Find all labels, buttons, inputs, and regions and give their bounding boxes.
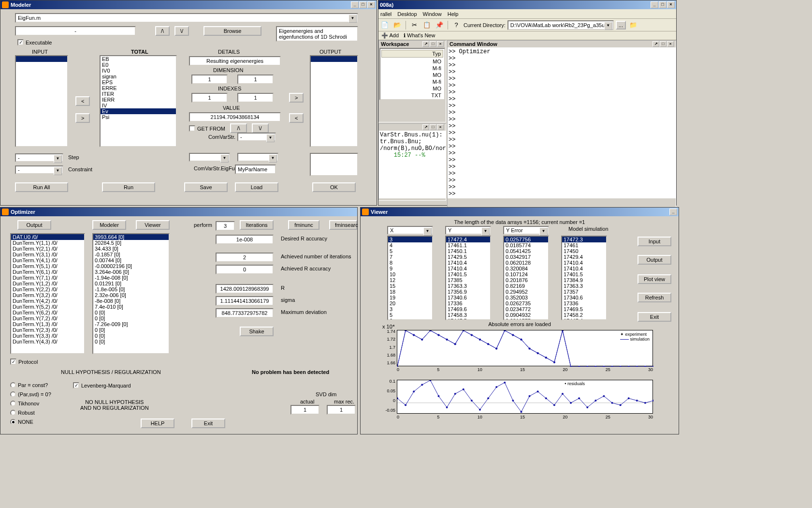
iterations-button[interactable]: Iterations: [240, 220, 274, 230]
list-item[interactable]: 17429.4: [562, 254, 606, 260]
model-listbox[interactable]: 17472.3174611745017429.417410.417410.417…: [561, 236, 607, 320]
move-right-button[interactable]: >: [75, 113, 90, 123]
list-item[interactable]: DunTerm.Y(4,1) /0/: [11, 257, 84, 263]
table-row[interactable]: MO: [381, 59, 443, 64]
list-item[interactable]: 0 [0]: [93, 327, 169, 333]
list-item[interactable]: DunTerm.Y(4,2) /0/: [11, 298, 84, 304]
save-button[interactable]: Save: [184, 182, 228, 192]
list-item[interactable]: 0.00744 [0]: [93, 257, 169, 263]
list-item[interactable]: 17356.9: [446, 289, 490, 295]
list-item[interactable]: 17401.5: [446, 271, 490, 277]
list-item[interactable]: 6: [388, 318, 432, 320]
list-item[interactable]: -7.26e-009 [0]: [93, 321, 169, 327]
list-item[interactable]: 17447.5: [446, 318, 490, 320]
list-item[interactable]: 17410.4: [446, 260, 490, 266]
x-select[interactable]: X: [387, 226, 433, 235]
menu-help[interactable]: Help: [448, 11, 459, 17]
table-row[interactable]: M-fi: [381, 79, 443, 85]
plotview-button[interactable]: Plot view: [638, 274, 671, 284]
list-item[interactable]: 19: [388, 295, 432, 300]
parsvd-radio[interactable]: (Par,svd) = 0?: [10, 391, 51, 397]
list-item[interactable]: 0.0311575: [504, 318, 548, 320]
editor-content[interactable]: VarStr.Bnus.nu(1):tr.Bnus.Bnu;/norm(B),n…: [379, 131, 446, 198]
minimize-button[interactable]: _: [351, 1, 359, 8]
list-item[interactable]: [311, 56, 357, 62]
top-field[interactable]: -: [15, 26, 136, 36]
ok-button[interactable]: OK: [312, 182, 356, 192]
list-item[interactable]: 17469.5: [562, 306, 606, 312]
par-radio[interactable]: Par = const?: [10, 382, 48, 388]
new-icon[interactable]: 📄: [379, 20, 390, 30]
exit-button[interactable]: Exit: [638, 312, 671, 322]
list-item[interactable]: DunTerm.Y(3,2) /0/: [11, 292, 84, 298]
minimize-button[interactable]: _: [669, 209, 677, 215]
y-select[interactable]: Y: [445, 226, 491, 235]
list-item[interactable]: 0 [0]: [93, 310, 169, 315]
list-item[interactable]: DunTerm.Y(1,3) /0/: [11, 321, 84, 327]
list-item[interactable]: Psi: [101, 114, 176, 120]
accuracy-field[interactable]: 1e-008: [216, 235, 274, 244]
close-icon[interactable]: ×: [667, 41, 674, 47]
list-item[interactable]: DunTerm.Y(3,3) /0/: [11, 333, 84, 339]
list-item[interactable]: [16, 56, 67, 62]
list-item[interactable]: EB: [101, 56, 176, 62]
none-radio[interactable]: NONE: [10, 419, 33, 425]
getfrom-checkbox[interactable]: GET FROM: [189, 125, 225, 132]
move-left-button[interactable]: <: [75, 96, 90, 106]
maxrec-field[interactable]: 1: [327, 405, 356, 415]
list-item[interactable]: DunTerm.Y(7,1) /0/: [11, 275, 84, 281]
list-item[interactable]: DunTerm.Y(2,3) /0/: [11, 327, 84, 333]
list-item[interactable]: 17410.4: [446, 266, 490, 271]
list-item[interactable]: 0.0904932: [504, 312, 548, 318]
up-dir-icon[interactable]: 📁: [628, 20, 638, 30]
help-button[interactable]: HELP: [141, 418, 174, 428]
list-item[interactable]: DunTerm.Y(3,1) /0/: [11, 252, 84, 257]
list-item[interactable]: 17340.6: [562, 295, 606, 300]
comvarstr-select[interactable]: -: [237, 133, 276, 141]
list-item[interactable]: E0: [101, 62, 176, 68]
optimizer-titlebar[interactable]: Optimizer: [0, 208, 357, 216]
maximize-button[interactable]: □: [359, 1, 367, 8]
list-item[interactable]: 17410.4: [562, 260, 606, 266]
list-item[interactable]: 17429.5: [446, 254, 490, 260]
open-icon[interactable]: 📂: [392, 20, 403, 30]
caret-left-button[interactable]: /\: [155, 26, 170, 36]
list-item[interactable]: 17461.1: [446, 242, 490, 248]
shortcut-whatsnew[interactable]: ℹ What's New: [404, 32, 435, 39]
list-item[interactable]: 0.82169: [504, 283, 548, 289]
output-button[interactable]: Output: [638, 255, 671, 265]
list-item[interactable]: DunTerm.Y(1,2) /0/: [11, 281, 84, 286]
executable-checkbox[interactable]: ✓Executable: [17, 39, 52, 45]
list-item[interactable]: 0.0541425: [504, 248, 548, 254]
down-button[interactable]: \/: [252, 123, 269, 133]
matlab-titlebar[interactable]: 008a) _ □ ×: [378, 0, 676, 9]
list-item[interactable]: -1.94e-008 [0]: [93, 275, 169, 281]
undock-icon[interactable]: ↗: [652, 41, 659, 47]
list-item[interactable]: 7: [388, 254, 432, 260]
output-button[interactable]: Output: [17, 220, 51, 230]
list-item[interactable]: 8: [388, 260, 432, 266]
out-right-button[interactable]: >: [289, 93, 304, 103]
list-item[interactable]: 0 [0]: [93, 315, 169, 321]
list-item[interactable]: 0 [0]: [93, 333, 169, 339]
viewer-button[interactable]: Viewer: [136, 220, 170, 230]
menu-desktop[interactable]: Desktop: [397, 11, 417, 17]
undock-icon[interactable]: ↗: [422, 124, 429, 130]
up-button[interactable]: /\: [230, 123, 247, 133]
browse-dir-button[interactable]: ...: [616, 21, 626, 30]
list-item[interactable]: 17450: [562, 248, 606, 254]
list-item[interactable]: -1.8e-005 [0]: [93, 286, 169, 292]
dim2-field[interactable]: 1: [237, 75, 274, 84]
list-item[interactable]: DunTerm.Y(2,1) /0/: [11, 246, 84, 252]
table-row[interactable]: TXT: [381, 92, 443, 98]
list-item[interactable]: 3: [388, 237, 432, 242]
viewer-titlebar[interactable]: Viewer _: [361, 208, 679, 216]
list-item[interactable]: 17336: [446, 300, 490, 306]
refresh-button[interactable]: Refresh: [638, 293, 671, 302]
list-item[interactable]: 17458.2: [562, 312, 606, 318]
list-item[interactable]: EPS: [101, 79, 176, 85]
list-item[interactable]: DunTerm.Y(6,2) /0/: [11, 310, 84, 315]
max-icon[interactable]: □: [430, 41, 436, 47]
idx1-field[interactable]: 1: [191, 93, 228, 103]
list-item[interactable]: 0.0185774: [504, 242, 548, 248]
